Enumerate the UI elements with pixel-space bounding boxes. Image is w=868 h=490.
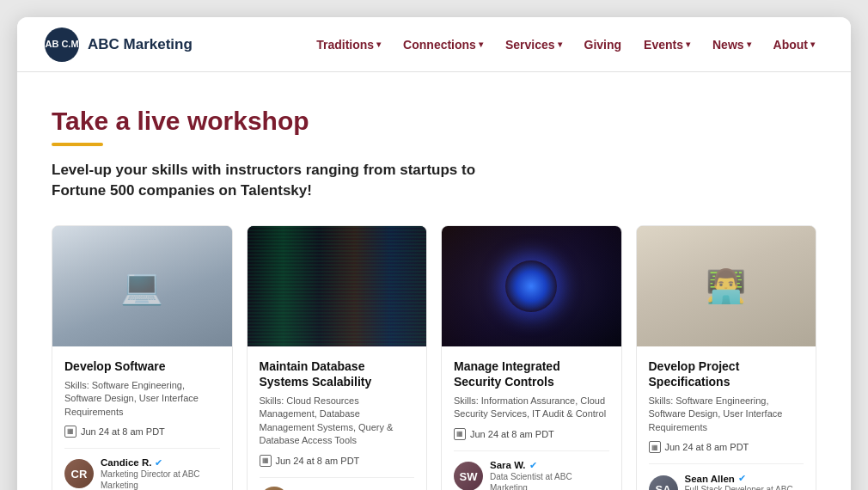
card-body-3: Manage Integrated Security Controls Skil… xyxy=(442,346,621,490)
nav-item-traditions[interactable]: Traditions ▾ xyxy=(308,31,389,58)
card-skills-2: Skills: Cloud Resources Management, Data… xyxy=(260,395,415,448)
card-instructor-1: CR Candice R. ✔ Marketing Director at AB… xyxy=(64,457,220,490)
card-divider xyxy=(64,448,220,449)
chevron-down-icon: ▾ xyxy=(747,40,751,49)
nav-item-news[interactable]: News ▾ xyxy=(704,31,760,58)
card-skills-4: Skills: Software Engineering, Software D… xyxy=(649,395,804,434)
instructor-name-row-1: Candice R. ✔ xyxy=(101,457,220,469)
verified-icon: ✔ xyxy=(155,457,162,469)
title-underline xyxy=(52,143,103,146)
nav-label-connections: Connections xyxy=(403,38,476,52)
section-title: Take a live workshop xyxy=(52,107,816,136)
calendar-icon: ▦ xyxy=(454,428,466,440)
card-date-2: ▦ Jun 24 at 8 am PDT xyxy=(260,455,415,467)
chevron-down-icon: ▾ xyxy=(810,40,815,49)
verified-icon: ✔ xyxy=(529,460,537,471)
calendar-icon: ▦ xyxy=(649,441,661,453)
instructor-info-4: Sean Allen ✔ Full Stack Developer at ABC… xyxy=(685,473,804,490)
instructor-name-4: Sean Allen xyxy=(685,474,735,484)
logo-area[interactable]: AB C.M ABC Marketing xyxy=(45,28,193,62)
nav-label-news: News xyxy=(712,38,744,52)
card-date-4: ▦ Jun 24 at 8 am PDT xyxy=(649,441,804,453)
nav-label-events: Events xyxy=(644,38,683,52)
card-date-3: ▦ Jun 24 at 8 am PDT xyxy=(454,428,609,440)
card-title-4: Develop Project Specifications xyxy=(649,358,804,389)
card-skills-1: Skills: Software Engineering, Software D… xyxy=(64,379,220,419)
instructor-name-1: Candice R. xyxy=(101,457,151,468)
avatar-1: CR xyxy=(64,459,94,488)
cards-grid: Develop Software Skills: Software Engine… xyxy=(52,225,816,490)
card-title-2: Maintain Database Systems Scalability xyxy=(260,358,415,389)
card-image-2 xyxy=(248,226,427,346)
navbar: AB C.M ABC Marketing Traditions ▾ Connec… xyxy=(17,17,851,72)
nav-label-about: About xyxy=(773,38,808,52)
card-instructor-3: SW Sara W. ✔ Data Scientist at ABC Marke… xyxy=(454,460,609,490)
calendar-icon: ▦ xyxy=(260,455,272,467)
card-image-3 xyxy=(442,226,621,346)
card-divider xyxy=(649,463,804,464)
workshop-card-2[interactable]: Maintain Database Systems Scalability Sk… xyxy=(247,225,428,490)
avatar-2: JS xyxy=(260,487,289,490)
instructor-info-3: Sara W. ✔ Data Scientist at ABC Marketin… xyxy=(490,460,609,490)
avatar-3: SW xyxy=(454,462,483,490)
instructor-role-4: Full Stack Developer at ABC Marketing. xyxy=(685,484,804,490)
card-instructor-4: SA Sean Allen ✔ Full Stack Developer at … xyxy=(649,473,804,490)
nav-item-about[interactable]: About ▾ xyxy=(765,31,823,58)
section-subtitle: Level-up your skills with instructors ra… xyxy=(52,160,533,201)
nav-item-events[interactable]: Events ▾ xyxy=(635,31,699,58)
workshop-card-1[interactable]: Develop Software Skills: Software Engine… xyxy=(52,225,233,490)
instructor-role-1: Marketing Director at ABC Marketing xyxy=(101,469,220,490)
nav-label-services: Services xyxy=(505,38,555,52)
nav-label-traditions: Traditions xyxy=(316,38,374,52)
card-image-1 xyxy=(52,226,232,346)
nav-links: Traditions ▾ Connections ▾ Services ▾ Gi… xyxy=(308,31,823,58)
instructor-role-3: Data Scientist at ABC Marketing xyxy=(490,471,609,490)
calendar-icon: ▦ xyxy=(64,426,76,438)
card-body-2: Maintain Database Systems Scalability Sk… xyxy=(248,346,427,490)
workshop-card-4[interactable]: Develop Project Specifications Skills: S… xyxy=(636,225,817,490)
card-date-1: ▦ Jun 24 at 8 am PDT xyxy=(64,426,220,438)
card-instructor-2: JS Jake Samuel ✔ UX Designer at ABC Mark… xyxy=(260,487,415,490)
chevron-down-icon: ▾ xyxy=(558,40,562,49)
chevron-down-icon: ▾ xyxy=(686,40,690,49)
card-title-3: Manage Integrated Security Controls xyxy=(454,358,609,389)
avatar-4: SA xyxy=(649,475,678,490)
browser-frame: AB C.M ABC Marketing Traditions ▾ Connec… xyxy=(17,17,851,490)
card-body-1: Develop Software Skills: Software Engine… xyxy=(52,346,232,490)
chevron-down-icon: ▾ xyxy=(376,40,381,49)
verified-icon: ✔ xyxy=(738,473,746,484)
instructor-name-row-3: Sara W. ✔ xyxy=(490,460,609,471)
card-image-4 xyxy=(637,226,816,346)
card-skills-3: Skills: Information Assurance, Cloud Sec… xyxy=(454,395,609,421)
instructor-name-3: Sara W. xyxy=(490,460,526,470)
logo-badge: AB C.M xyxy=(45,28,79,62)
main-content: Take a live workshop Level-up your skill… xyxy=(17,72,851,490)
instructor-info-1: Candice R. ✔ Marketing Director at ABC M… xyxy=(101,457,220,490)
card-divider xyxy=(454,450,609,451)
logo-text: ABC Marketing xyxy=(88,36,193,53)
instructor-name-row-4: Sean Allen ✔ xyxy=(685,473,804,484)
card-title-1: Develop Software xyxy=(64,358,220,374)
nav-item-services[interactable]: Services ▾ xyxy=(497,31,571,58)
nav-label-giving: Giving xyxy=(584,38,622,52)
card-divider xyxy=(260,477,415,478)
nav-item-giving[interactable]: Giving xyxy=(576,31,631,58)
workshop-card-3[interactable]: Manage Integrated Security Controls Skil… xyxy=(441,225,622,490)
chevron-down-icon: ▾ xyxy=(479,40,483,49)
nav-item-connections[interactable]: Connections ▾ xyxy=(394,31,492,58)
card-body-4: Develop Project Specifications Skills: S… xyxy=(637,346,816,490)
